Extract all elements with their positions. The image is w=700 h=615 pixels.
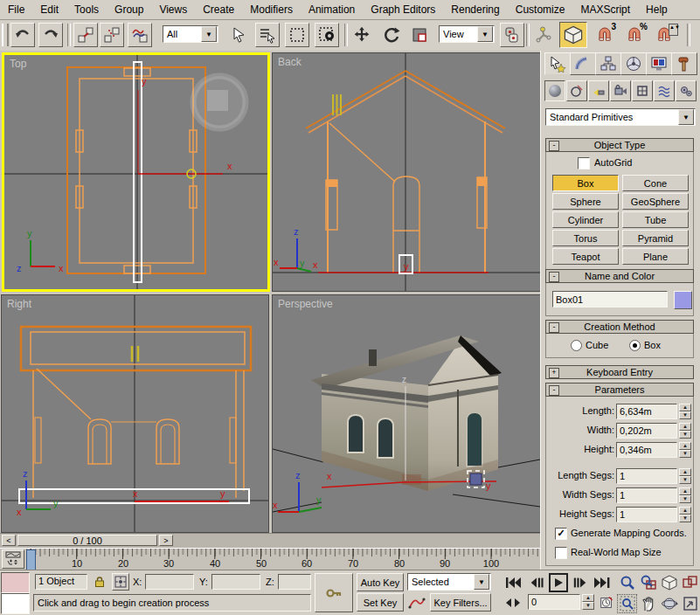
collapse-icon[interactable]: -: [549, 322, 559, 333]
zoom-extents-button[interactable]: [659, 573, 679, 592]
rollout-creation-method-header[interactable]: - Creation Method: [545, 320, 694, 334]
tab-hierarchy[interactable]: [595, 52, 621, 75]
reference-coordinate-dropdown[interactable]: View ▼: [439, 25, 495, 43]
key-filters-button[interactable]: Key Filters...: [430, 593, 491, 612]
category-helpers-button[interactable]: [632, 80, 653, 101]
set-key-button[interactable]: Set Key: [357, 593, 404, 612]
object-type-plane-button[interactable]: Plane: [622, 248, 689, 265]
snaps-toggle-button[interactable]: [559, 22, 587, 48]
rectangular-selection-region-button[interactable]: [285, 23, 309, 47]
selection-filter-dropdown[interactable]: All ▼: [163, 25, 218, 43]
menu-create[interactable]: Create: [195, 3, 242, 16]
rollout-keyboard-entry-header[interactable]: + Keyboard Entry: [545, 365, 694, 379]
spinner-snap-button[interactable]: ▲▼: [652, 23, 676, 47]
menu-maxscript[interactable]: MAXScript: [572, 3, 638, 16]
menu-file[interactable]: File: [0, 3, 32, 16]
viewport-right-label[interactable]: Right: [7, 298, 31, 310]
creation-method-cube-label[interactable]: Cube: [586, 340, 608, 350]
dropdown-arrow-icon[interactable]: ▼: [474, 574, 489, 590]
category-lights-button[interactable]: [588, 80, 609, 101]
y-coordinate-field[interactable]: [211, 574, 260, 590]
select-and-manipulate-button[interactable]: [531, 23, 556, 47]
height-field[interactable]: 0,346m: [616, 442, 677, 458]
height-segs-spinner[interactable]: ▲▼: [679, 507, 691, 522]
current-frame-field[interactable]: [528, 594, 580, 610]
zoom-button[interactable]: [617, 573, 637, 592]
viewport-perspective[interactable]: Perspective: [272, 294, 541, 533]
select-by-name-button[interactable]: [255, 23, 280, 47]
select-and-rotate-button[interactable]: [379, 23, 404, 47]
creation-method-box-radio[interactable]: [629, 340, 641, 351]
viewport-back[interactable]: Back x y z: [272, 52, 541, 292]
selection-set-dropdown[interactable]: Selected ▼: [407, 573, 491, 591]
object-type-torus-button[interactable]: Torus: [552, 230, 619, 246]
rollout-name-color-header[interactable]: - Name and Color: [545, 269, 694, 283]
bind-to-space-warp-button[interactable]: [128, 23, 152, 47]
time-slider-next-button[interactable]: >: [159, 535, 173, 546]
rollout-parameters-header[interactable]: - Parameters: [545, 383, 694, 397]
collapse-icon[interactable]: -: [549, 272, 559, 282]
object-type-sphere-button[interactable]: Sphere: [552, 193, 619, 210]
menu-group[interactable]: Group: [107, 3, 151, 16]
object-color-swatch[interactable]: [674, 291, 692, 309]
frame-spinner[interactable]: ▲▼: [582, 594, 594, 610]
tab-utilities[interactable]: [671, 52, 697, 75]
track-bar-frame-handle[interactable]: [26, 549, 36, 570]
go-to-end-button[interactable]: [593, 574, 612, 591]
region-zoom-button[interactable]: [617, 594, 637, 613]
x-coordinate-field[interactable]: [145, 574, 194, 590]
expand-icon[interactable]: +: [549, 368, 559, 378]
percent-snap-button[interactable]: %: [622, 23, 647, 47]
time-configuration-button[interactable]: [598, 594, 615, 611]
length-segs-spinner[interactable]: ▲▼: [679, 468, 691, 484]
key-mode-toggle-button[interactable]: [503, 595, 523, 611]
menu-help[interactable]: Help: [638, 3, 676, 16]
tab-create[interactable]: [544, 52, 571, 75]
dropdown-arrow-icon[interactable]: ▼: [201, 26, 217, 42]
object-type-box-button[interactable]: Box: [552, 175, 619, 191]
toolbar-grip[interactable]: [2, 24, 9, 46]
category-shapes-button[interactable]: [566, 80, 587, 101]
rollout-object-type-header[interactable]: - Object Type: [545, 138, 694, 152]
viewport-top[interactable]: Top x y y x z: [2, 52, 270, 292]
use-pivot-point-button[interactable]: [500, 23, 524, 47]
creation-method-box-label[interactable]: Box: [644, 340, 661, 350]
absolute-offset-mode-button[interactable]: [112, 573, 129, 591]
selection-lock-button[interactable]: [91, 574, 108, 590]
track-bar[interactable]: 0 10 20 30 40 50 60 70 80 90 100: [0, 548, 540, 570]
zoom-all-button[interactable]: [638, 573, 658, 592]
tab-motion[interactable]: [620, 52, 647, 75]
time-slider-prev-button[interactable]: <: [2, 535, 16, 546]
time-slider-handle[interactable]: 0 / 100: [17, 535, 157, 546]
length-field[interactable]: 6,634m: [616, 404, 677, 419]
height-segs-field[interactable]: 1: [616, 507, 677, 522]
category-spacewarps-button[interactable]: [654, 80, 675, 101]
object-type-pyramid-button[interactable]: Pyramid: [622, 230, 689, 246]
object-type-teapot-button[interactable]: Teapot: [552, 248, 619, 265]
object-type-tube-button[interactable]: Tube: [622, 211, 689, 228]
autogrid-checkbox[interactable]: [578, 157, 590, 169]
maxscript-mini-listener-pink[interactable]: [1, 572, 30, 593]
previous-frame-button[interactable]: [528, 574, 545, 591]
object-type-cone-button[interactable]: Cone: [622, 175, 689, 191]
select-and-link-button[interactable]: [73, 23, 98, 47]
select-object-button[interactable]: [227, 23, 252, 47]
play-animation-button[interactable]: [549, 573, 568, 592]
select-and-move-button[interactable]: [350, 23, 374, 47]
viewport-perspective-label[interactable]: Perspective: [278, 298, 333, 310]
generate-mapping-coords-checkbox[interactable]: ✓: [555, 528, 567, 540]
object-type-geosphere-button[interactable]: GeoSphere: [622, 193, 689, 210]
angle-snap-button[interactable]: 3: [593, 23, 617, 47]
width-field[interactable]: 0,202m: [616, 423, 677, 439]
window-crossing-toggle-button[interactable]: [315, 23, 339, 47]
tab-modify[interactable]: [570, 52, 596, 75]
collapse-icon[interactable]: -: [549, 385, 559, 396]
zoom-extents-all-button[interactable]: [680, 573, 700, 592]
go-to-start-button[interactable]: [503, 574, 523, 591]
next-frame-button[interactable]: [572, 574, 589, 591]
category-cameras-button[interactable]: [610, 80, 631, 101]
width-segs-field[interactable]: 1: [616, 487, 677, 503]
object-name-input[interactable]: [552, 291, 668, 308]
length-spinner[interactable]: ▲▼: [679, 404, 691, 419]
primitive-category-dropdown[interactable]: Standard Primitives ▼: [545, 108, 696, 126]
